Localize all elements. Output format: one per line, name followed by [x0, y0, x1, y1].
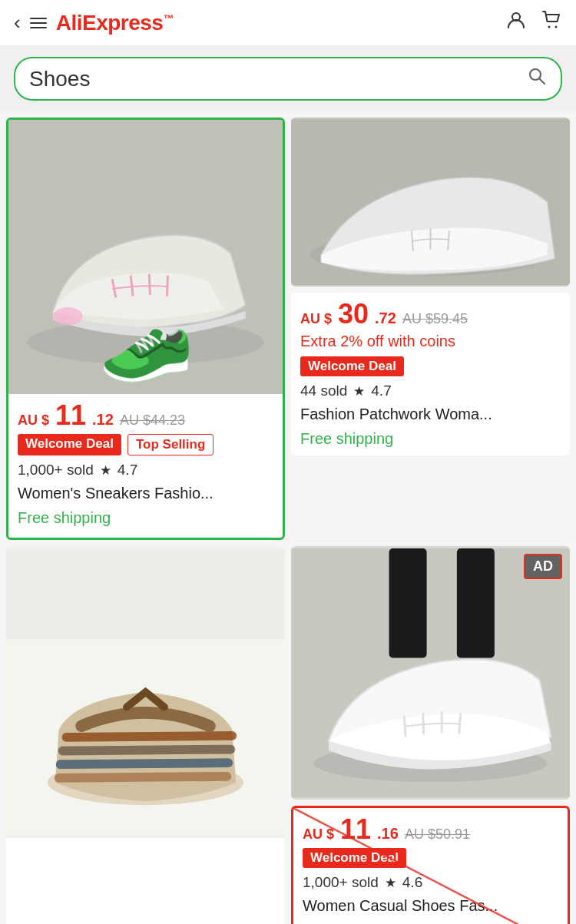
row-1: AU $ 11 .12 AU $44.23 Welcome Deal Top S… [6, 118, 570, 540]
free-shipping: Free shipping [300, 430, 561, 448]
right-top-info: AU $ 30 .72 AU $59.45 Extra 2% off with … [291, 293, 570, 455]
rating: 4.7 [118, 462, 137, 479]
price-main: 11 [55, 402, 86, 429]
svg-rect-27 [457, 548, 495, 657]
rating: 4.7 [371, 383, 391, 399]
welcome-deal-badge: Welcome Deal [300, 356, 404, 376]
sandal-illustration [6, 546, 285, 838]
badges: Welcome Deal Top Selling [18, 434, 273, 455]
svg-rect-26 [389, 548, 427, 657]
extra-discount: Extra 2% off with coins [300, 333, 561, 350]
header: ‹ AliExpress™ [0, 0, 576, 46]
product-image [6, 546, 285, 838]
product-illustration [8, 120, 283, 394]
svg-point-11 [53, 307, 83, 325]
price-original: AU $44.23 [120, 412, 185, 429]
product-title: Fashion Patchwork Woma... [300, 404, 561, 424]
right-top-column: AU $ 30 .72 AU $59.45 Extra 2% off with … [291, 118, 570, 540]
price-main: 11 [340, 816, 371, 843]
price-row: AU $ 11 .16 AU $50.91 [303, 816, 558, 843]
menu-icon [30, 18, 47, 19]
price-decimal: .16 [377, 825, 399, 843]
price-decimal: .12 [92, 411, 114, 429]
search-input[interactable] [29, 67, 519, 91]
price-main: 30 [338, 300, 369, 328]
product-info: AU $ 11 .12 AU $44.23 Welcome Deal Top S… [8, 394, 283, 538]
search-bar-wrapper [0, 46, 576, 111]
badges: Welcome Deal [303, 848, 558, 868]
svg-point-2 [555, 26, 558, 28]
menu-icon [30, 27, 47, 28]
header-icons [505, 9, 562, 36]
sold-row: 1,000+ sold ★ 4.7 [18, 462, 273, 479]
account-icon[interactable] [505, 9, 527, 36]
right-top-image [291, 118, 570, 286]
svg-rect-18 [6, 549, 285, 640]
product-info [6, 838, 285, 856]
price-decimal: .72 [375, 310, 396, 327]
white-sneaker-illustration [291, 546, 570, 800]
price-currency: AU $ [300, 311, 332, 327]
price-row: AU $ 11 .12 AU $44.23 [18, 402, 273, 429]
star-icon: ★ [100, 462, 111, 479]
welcome-deal-badge: Welcome Deal [18, 434, 121, 455]
star-icon: ★ [353, 383, 365, 399]
svg-line-4 [540, 79, 545, 84]
price-original: AU $59.45 [402, 311, 468, 327]
search-bar[interactable] [14, 57, 562, 101]
welcome-deal-badge: Welcome Deal [303, 848, 406, 868]
back-button[interactable]: ‹ [14, 11, 21, 35]
product-title: Women Casual Shoes Fas... [303, 896, 558, 916]
product-title: Women's Sneakers Fashio... [18, 483, 273, 503]
search-icon[interactable] [527, 66, 547, 91]
product-card-info[interactable]: AU $ 11 .16 AU $50.91 Welcome Deal 1,000… [291, 806, 570, 924]
svg-point-1 [548, 26, 551, 28]
product-card-sandal[interactable] [6, 546, 285, 924]
sold-count: 1,000+ sold [303, 874, 379, 891]
sold-row: 44 sold ★ 4.7 [300, 383, 561, 399]
svg-point-6 [27, 320, 264, 365]
sold-count: 1,000+ sold [18, 462, 94, 479]
price-row: AU $ 30 .72 AU $59.45 [300, 300, 561, 328]
sold-row: 1,000+ sold ★ 4.6 [303, 874, 558, 891]
free-shipping: Free shipping [18, 509, 273, 527]
star-icon: ★ [385, 875, 396, 891]
products-grid: AU $ 11 .12 AU $44.23 Welcome Deal Top S… [0, 111, 576, 924]
svg-line-9 [149, 274, 150, 295]
sold-count: 44 sold [300, 383, 347, 399]
product-info: AU $ 11 .16 AU $50.91 Welcome Deal 1,000… [293, 808, 568, 924]
menu-icon [30, 22, 47, 24]
price-currency: AU $ [18, 412, 49, 429]
price-currency: AU $ [303, 826, 334, 843]
top-selling-badge: Top Selling [127, 434, 214, 455]
cart-icon[interactable] [541, 9, 562, 36]
product-image [8, 120, 283, 394]
product-card[interactable]: AU $ 11 .12 AU $44.23 Welcome Deal Top S… [6, 118, 285, 540]
logo: AliExpress™ [56, 11, 496, 35]
right-bottom-column: AD AU $ 11 .16 AU $50.91 Welcome Deal 1,… [291, 546, 570, 924]
row-2: AD AU $ 11 .16 AU $50.91 Welcome Deal 1,… [6, 546, 570, 924]
ad-badge: AD [524, 554, 562, 579]
rating: 4.6 [402, 874, 422, 891]
product-illustration [291, 118, 570, 286]
price-original: AU $50.91 [405, 826, 470, 843]
right-bottom-image: AD [291, 546, 570, 800]
badges: Welcome Deal [300, 356, 561, 376]
menu-button[interactable] [30, 18, 47, 28]
